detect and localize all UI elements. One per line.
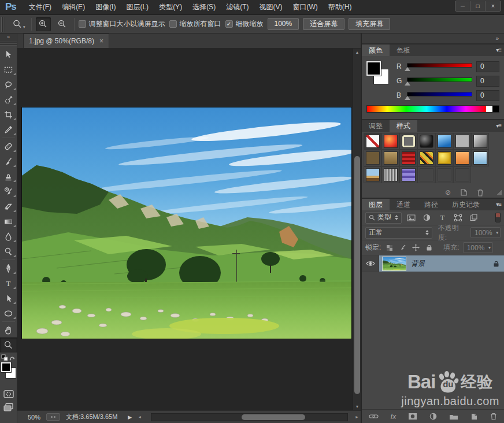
- menu-window[interactable]: 窗口(W): [287, 0, 323, 14]
- status-zoom-level[interactable]: 50%: [28, 414, 40, 421]
- filter-pixel-layers-icon[interactable]: [405, 214, 417, 221]
- delete-layer-icon[interactable]: [490, 413, 497, 420]
- style-swatch[interactable]: [364, 150, 381, 166]
- menu-layer[interactable]: 图层(L): [121, 0, 154, 14]
- crop-tool[interactable]: [0, 107, 17, 122]
- red-slider-thumb[interactable]: [405, 67, 410, 71]
- clear-style-icon[interactable]: ⊘: [445, 188, 451, 196]
- style-swatch[interactable]: [399, 150, 417, 166]
- style-swatch[interactable]: [471, 150, 489, 166]
- tab-styles[interactable]: 样式: [390, 120, 417, 132]
- actual-pixels-button[interactable]: 100%: [268, 18, 299, 30]
- fit-screen-button[interactable]: 适合屏幕: [303, 18, 344, 30]
- blue-slider-thumb[interactable]: [405, 96, 410, 100]
- options-grip[interactable]: [1, 17, 5, 32]
- green-slider[interactable]: [407, 76, 472, 86]
- type-tool[interactable]: T: [0, 276, 17, 291]
- close-button[interactable]: ×: [486, 1, 501, 11]
- minimize-button[interactable]: ─: [455, 1, 470, 11]
- screen-mode-button[interactable]: [0, 400, 17, 413]
- canvas-area[interactable]: ▲ ▼: [17, 49, 361, 410]
- quick-selection-tool[interactable]: [0, 92, 17, 107]
- zoom-in-button[interactable]: [36, 17, 51, 31]
- menu-filter[interactable]: 滤镜(T): [221, 0, 254, 14]
- zoom-all-windows-checkbox[interactable]: [169, 20, 177, 28]
- path-selection-tool[interactable]: [0, 291, 17, 306]
- style-swatch[interactable]: [453, 133, 471, 150]
- scroll-up-icon[interactable]: ▲: [353, 49, 361, 56]
- blur-tool[interactable]: [0, 229, 17, 244]
- menu-edit[interactable]: 编辑(E): [57, 0, 90, 14]
- collapse-panels-icon[interactable]: »: [495, 35, 499, 42]
- new-layer-icon[interactable]: [470, 413, 478, 420]
- pen-tool[interactable]: [0, 261, 17, 276]
- menu-help[interactable]: 帮助(H): [323, 0, 357, 14]
- layers-panel-menu-icon[interactable]: ▾≡: [496, 201, 501, 207]
- style-swatch[interactable]: [364, 166, 381, 183]
- style-swatch[interactable]: [399, 133, 417, 150]
- style-swatch[interactable]: [435, 150, 453, 166]
- style-swatch[interactable]: [399, 166, 417, 183]
- style-swatch[interactable]: [381, 133, 399, 150]
- vertical-scrollbar[interactable]: ▲ ▼: [353, 49, 361, 410]
- gradient-tool[interactable]: [0, 214, 17, 229]
- add-layer-mask-icon[interactable]: [408, 413, 417, 420]
- style-swatch-empty[interactable]: [417, 166, 435, 183]
- resize-windows-checkbox[interactable]: [79, 20, 86, 28]
- scrubby-zoom-checkbox[interactable]: ✓: [225, 20, 233, 28]
- history-brush-tool[interactable]: [0, 184, 17, 199]
- style-swatch[interactable]: [471, 133, 489, 150]
- maximize-button[interactable]: □: [470, 1, 486, 11]
- status-icon[interactable]: [46, 413, 60, 421]
- tab-history[interactable]: 历史记录: [445, 199, 487, 210]
- layer-visibility-toggle[interactable]: [362, 255, 379, 272]
- toolbar-grip[interactable]: [0, 41, 17, 46]
- layer-filter-toggle[interactable]: [495, 213, 501, 222]
- style-swatch[interactable]: [381, 150, 399, 166]
- style-swatch[interactable]: [453, 150, 471, 166]
- layer-thumbnail[interactable]: [383, 257, 406, 270]
- fill-dropdown[interactable]: 100% ▼: [463, 242, 493, 253]
- filter-type-layers-icon[interactable]: T: [436, 213, 449, 222]
- layer-name[interactable]: 背景: [411, 259, 488, 269]
- lock-all-icon[interactable]: [424, 244, 434, 251]
- blue-slider[interactable]: [407, 90, 472, 101]
- tab-paths[interactable]: 路径: [417, 199, 445, 210]
- menu-view[interactable]: 视图(V): [254, 0, 287, 14]
- blend-mode-dropdown[interactable]: 正常: [365, 227, 432, 239]
- move-tool[interactable]: [0, 47, 17, 62]
- eraser-tool[interactable]: [0, 199, 17, 214]
- foreground-color-swatch-panel[interactable]: [366, 61, 381, 76]
- filter-shape-layers-icon[interactable]: [452, 214, 464, 221]
- blue-value-field[interactable]: 0: [476, 90, 499, 101]
- layer-filter-type-dropdown[interactable]: 类型: [365, 212, 402, 224]
- zoom-tool[interactable]: [0, 337, 17, 352]
- spectrum-white-swatch[interactable]: [486, 106, 492, 112]
- color-panel-menu-icon[interactable]: ▾≡: [496, 47, 501, 53]
- lock-position-icon[interactable]: [411, 244, 421, 251]
- filter-smart-objects-icon[interactable]: [468, 214, 480, 221]
- tab-color[interactable]: 颜色: [362, 44, 390, 56]
- zoom-out-button[interactable]: [55, 17, 70, 31]
- scroll-down-icon[interactable]: ▼: [353, 403, 361, 410]
- green-slider-thumb[interactable]: [405, 81, 410, 86]
- link-layers-icon[interactable]: [369, 414, 379, 419]
- opacity-dropdown[interactable]: 100% ▼: [470, 227, 501, 238]
- delete-style-icon[interactable]: [477, 189, 484, 196]
- spectrum-black-swatch[interactable]: [492, 106, 499, 112]
- lock-transparency-icon[interactable]: [384, 244, 394, 251]
- tab-layers[interactable]: 图层: [362, 199, 390, 210]
- style-swatch[interactable]: [417, 150, 435, 166]
- tab-close-icon[interactable]: ×: [99, 38, 103, 44]
- dock-collapse-bar[interactable]: »: [362, 34, 504, 43]
- style-swatch-empty[interactable]: [453, 166, 471, 183]
- toolbar-collapse-button[interactable]: »: [0, 34, 17, 41]
- lasso-tool[interactable]: [0, 77, 17, 92]
- brush-tool[interactable]: [0, 154, 17, 169]
- document-image[interactable]: [22, 107, 351, 339]
- style-swatch[interactable]: [381, 166, 399, 183]
- green-value-field[interactable]: 0: [476, 76, 499, 87]
- hand-tool[interactable]: [0, 322, 17, 337]
- style-swatch-empty[interactable]: [435, 166, 453, 183]
- status-menu-arrow-icon[interactable]: ▶: [128, 414, 132, 420]
